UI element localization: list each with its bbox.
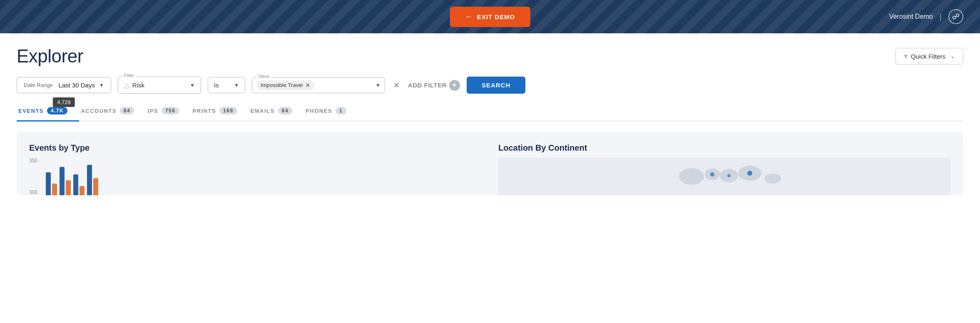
user-icon: ☍: [952, 12, 960, 21]
location-by-continent-card: Location By Continent: [498, 143, 951, 195]
tab-phones-label: PHONES: [306, 108, 332, 114]
svg-point-7: [747, 171, 752, 176]
tab-phones[interactable]: PHONES 1: [304, 101, 358, 122]
bar-blue-2: [60, 167, 65, 195]
banner-divider: |: [940, 12, 942, 22]
date-range-label: Date Range: [24, 82, 52, 88]
chevron-down-icon: ⌄: [950, 53, 955, 59]
tabs-row: EVENTS 4.7K ACCOUNTS 84 IPS 756 PRINTS 1…: [17, 101, 963, 122]
tab-accounts-label: ACCOUNTS: [81, 108, 117, 114]
value-expand-icon: ▼: [376, 82, 381, 88]
filter-section-label: Filter: [122, 73, 136, 78]
operator-chevron-icon: ▼: [234, 82, 239, 88]
add-filter-button[interactable]: ADD FILTER +: [408, 80, 460, 91]
filter-value: Risk: [132, 82, 144, 89]
date-range-selector[interactable]: Date Range Last 30 Days ▼ 4,728: [17, 77, 111, 93]
events-by-type-card: Events by Type 350 300: [29, 143, 482, 195]
chip-label: Impossible Travel: [261, 82, 303, 88]
tab-accounts[interactable]: ACCOUNTS 84: [79, 101, 146, 122]
bar-group-2: [60, 167, 71, 195]
bar-group-4: [87, 165, 98, 195]
value-clear-button[interactable]: ✕: [392, 81, 401, 90]
map-svg: [658, 160, 791, 193]
add-icon: +: [449, 80, 460, 91]
tab-prints-label: PRINTS: [192, 108, 216, 114]
filter-selector[interactable]: Filter △ Risk ▼: [118, 77, 201, 94]
tab-prints-badge: 169: [219, 107, 237, 114]
search-label: SEARCH: [482, 82, 510, 89]
value-section-label: Value: [256, 74, 271, 79]
header-row: Explorer ▿ Quick Filters ⌄: [17, 46, 963, 67]
warning-icon: △: [124, 81, 129, 89]
events-chart: 350 300: [29, 158, 482, 195]
tab-ips-label: IPS: [147, 108, 158, 114]
tab-emails-label: EMAILS: [251, 108, 275, 114]
back-arrow-icon: ←: [465, 12, 473, 21]
chart-bars: [46, 165, 98, 195]
user-avatar[interactable]: ☍: [948, 9, 963, 24]
bar-orange-1: [52, 184, 57, 195]
svg-point-5: [710, 172, 714, 176]
date-range-chevron-icon: ▼: [99, 82, 104, 88]
svg-point-0: [679, 168, 704, 185]
tab-events-badge: 4.7K: [47, 107, 67, 114]
date-range-tooltip: 4,728: [53, 97, 75, 107]
svg-point-6: [727, 174, 731, 177]
user-name: Verosint Demo: [889, 13, 933, 20]
exit-demo-container: ← EXIT DEMO: [450, 7, 530, 27]
date-range-value: Last 30 Days: [58, 82, 95, 89]
tab-accounts-badge: 84: [120, 107, 134, 114]
exit-demo-button[interactable]: ← EXIT DEMO: [450, 7, 530, 27]
location-map: [498, 158, 951, 195]
chip-close-icon[interactable]: ✕: [305, 82, 310, 89]
location-by-continent-title: Location By Continent: [498, 143, 951, 153]
tab-prints[interactable]: PRINTS 169: [191, 101, 249, 122]
page-title: Explorer: [17, 46, 83, 67]
bar-blue-4: [87, 165, 92, 195]
bar-group-1: [46, 172, 57, 195]
bar-blue-3: [73, 174, 78, 195]
exit-demo-label: EXIT DEMO: [477, 13, 515, 20]
tab-ips[interactable]: IPS 756: [146, 101, 191, 122]
events-by-type-title: Events by Type: [29, 143, 482, 153]
chart-y-axis: 350 300: [29, 158, 37, 195]
add-filter-label: ADD FILTER: [408, 82, 447, 89]
value-selector[interactable]: Value Impossible Travel ✕ ▼: [252, 77, 385, 93]
cards-section: Events by Type 350 300: [17, 132, 963, 195]
y-label-bottom: 300: [29, 189, 37, 195]
tab-emails-badge: 84: [278, 107, 292, 114]
quick-filters-button[interactable]: ▿ Quick Filters ⌄: [895, 48, 963, 65]
svg-point-4: [764, 174, 781, 184]
top-banner: ← EXIT DEMO Verosint Demo | ☍: [0, 0, 980, 33]
tab-ips-badge: 756: [162, 107, 179, 114]
filters-row: Date Range Last 30 Days ▼ 4,728 Filter △…: [17, 77, 963, 94]
tab-events-label: EVENTS: [18, 108, 44, 114]
search-button[interactable]: SEARCH: [467, 77, 525, 94]
bar-group-3: [73, 174, 85, 195]
operator-value: Is: [214, 82, 219, 89]
y-label-top: 350: [29, 158, 37, 164]
quick-filters-label: Quick Filters: [911, 53, 945, 60]
filter-chevron-icon: ▼: [190, 82, 195, 88]
bar-orange-4: [93, 178, 98, 195]
bar-orange-2: [66, 180, 71, 195]
tab-phones-badge: 1: [336, 107, 346, 114]
banner-right: Verosint Demo | ☍: [889, 9, 963, 24]
filter-icon: ▿: [904, 52, 908, 60]
tab-emails[interactable]: EMAILS 84: [249, 101, 304, 122]
bar-orange-3: [80, 186, 85, 195]
main-content: Explorer ▿ Quick Filters ⌄ Date Range La…: [0, 33, 980, 195]
bar-blue-1: [46, 172, 51, 195]
value-chip: Impossible Travel ✕: [256, 80, 314, 90]
operator-selector[interactable]: Is ▼: [208, 77, 245, 93]
